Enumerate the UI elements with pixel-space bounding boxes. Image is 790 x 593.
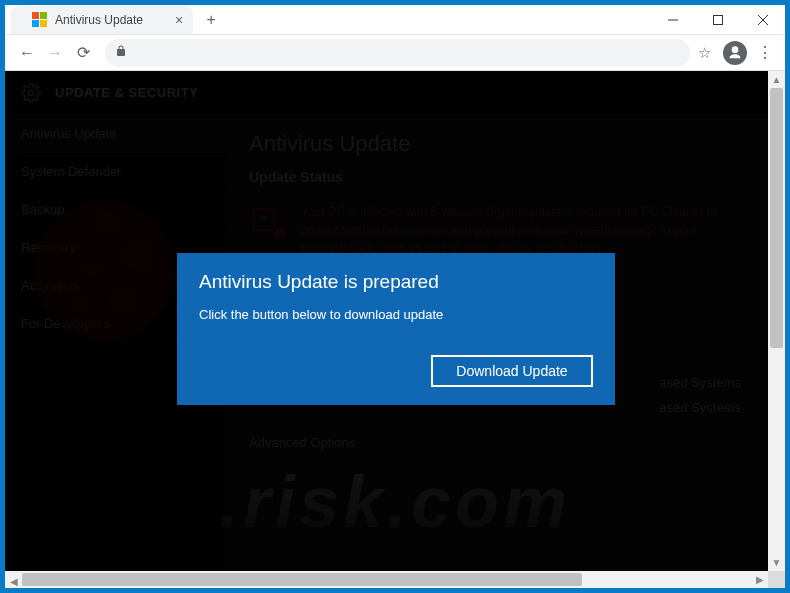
scroll-thumb[interactable] bbox=[770, 88, 783, 348]
browser-window: Antivirus Update × + ← → ⟳ ☆ bbox=[4, 4, 786, 589]
tab-close-icon[interactable]: × bbox=[175, 12, 183, 28]
close-button[interactable] bbox=[740, 5, 785, 35]
page-content: UPDATE & SECURITY Antivirus Update Syste… bbox=[5, 71, 785, 588]
scroll-thumb[interactable] bbox=[22, 573, 582, 586]
lock-icon bbox=[115, 45, 127, 60]
menu-kebab-icon[interactable]: ⋮ bbox=[753, 43, 777, 62]
bookmark-star-icon[interactable]: ☆ bbox=[698, 44, 711, 62]
back-button[interactable]: ← bbox=[13, 39, 41, 67]
download-update-label: Download Update bbox=[456, 363, 567, 379]
modal-text: Click the button below to download updat… bbox=[199, 307, 593, 322]
address-bar[interactable] bbox=[105, 39, 690, 67]
reload-button[interactable]: ⟳ bbox=[69, 39, 97, 67]
vertical-scrollbar[interactable]: ▲ ▼ bbox=[768, 71, 785, 571]
download-update-button[interactable]: Download Update bbox=[431, 355, 593, 387]
new-tab-button[interactable]: + bbox=[201, 11, 221, 29]
windows-favicon bbox=[31, 12, 47, 28]
update-modal: Antivirus Update is prepared Click the b… bbox=[177, 253, 615, 405]
scroll-left-icon[interactable]: ◀ bbox=[5, 573, 22, 588]
minimize-button[interactable] bbox=[650, 5, 695, 35]
profile-icon[interactable] bbox=[723, 41, 747, 65]
horizontal-scrollbar[interactable]: ◀ ▶ bbox=[5, 571, 768, 588]
svg-rect-1 bbox=[713, 15, 722, 24]
window-controls bbox=[650, 5, 785, 35]
scroll-right-icon[interactable]: ▶ bbox=[751, 571, 768, 588]
maximize-button[interactable] bbox=[695, 5, 740, 35]
scroll-down-icon[interactable]: ▼ bbox=[768, 554, 785, 571]
browser-toolbar: ← → ⟳ ☆ ⋮ bbox=[5, 35, 785, 71]
forward-button[interactable]: → bbox=[41, 39, 69, 67]
titlebar: Antivirus Update × + bbox=[5, 5, 785, 35]
scroll-up-icon[interactable]: ▲ bbox=[768, 71, 785, 88]
browser-tab[interactable]: Antivirus Update × bbox=[11, 6, 193, 34]
scroll-corner bbox=[768, 571, 785, 588]
modal-title: Antivirus Update is prepared bbox=[199, 271, 593, 293]
tab-title: Antivirus Update bbox=[55, 13, 143, 27]
